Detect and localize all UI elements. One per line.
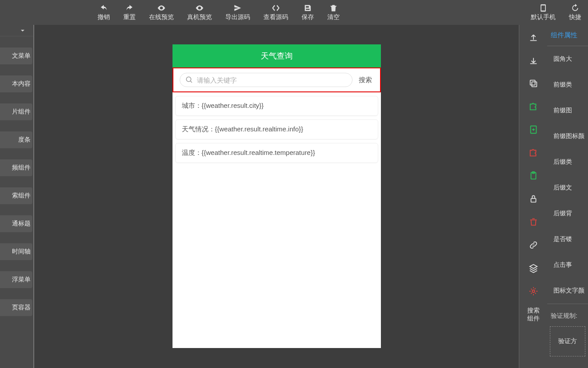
lock-button[interactable] xyxy=(528,194,539,204)
redo-button[interactable]: 重置 xyxy=(123,4,136,21)
undo-icon xyxy=(99,4,108,12)
code-icon xyxy=(271,4,280,12)
card-temperature[interactable]: 温度：{{weather.result.realtime.temperature… xyxy=(175,143,378,163)
svg-line-1 xyxy=(190,81,192,83)
layers-button[interactable] xyxy=(528,263,539,273)
search-button[interactable]: 搜索 xyxy=(357,76,374,84)
toolbar-label: 清空 xyxy=(327,13,340,21)
add-file-button[interactable] xyxy=(528,124,539,135)
component-menu-item[interactable]: 文菜单 xyxy=(0,47,32,64)
prop-suffix-bg[interactable]: 后缀背 xyxy=(547,201,588,226)
component-page-container-item[interactable]: 页容器 xyxy=(0,299,32,316)
toolbar-label: 真机预览 xyxy=(187,13,212,21)
copy-icon xyxy=(529,79,538,88)
upload-icon xyxy=(529,32,538,42)
svg-point-0 xyxy=(186,77,191,82)
prop-suffix-type[interactable]: 后缀类 xyxy=(547,149,588,175)
chevron-down-icon xyxy=(19,27,26,34)
component-title-item[interactable]: 通标题 xyxy=(0,215,32,232)
trash-icon xyxy=(529,217,538,227)
export-code-button[interactable]: 导出源码 xyxy=(225,4,250,21)
save-button[interactable]: 保存 xyxy=(302,4,314,21)
component-float-menu-item[interactable]: 浮菜单 xyxy=(0,271,32,288)
properties-panel: 组件属性 圆角大 前缀类 前缀图 前缀图标颜 后缀类 后缀文 后缀背 是否镂 点… xyxy=(547,25,588,368)
eye-icon xyxy=(195,4,204,12)
clear-button[interactable]: 清空 xyxy=(327,4,340,21)
component-list: 文菜单 本内容 片组件 度条 频组件 索组件 通标题 时间轴 浮菜单 页容器 xyxy=(0,36,33,316)
prop-prefix-icon-color[interactable]: 前缀图标颜 xyxy=(547,123,588,149)
copy-button[interactable] xyxy=(528,78,539,89)
toolbar-label: 默认手机 xyxy=(531,13,556,21)
main-area: 文菜单 本内容 片组件 度条 频组件 索组件 通标题 时间轴 浮菜单 页容器 天… xyxy=(0,25,588,368)
card-city[interactable]: 城市：{{weather.result.city}} xyxy=(175,96,378,116)
props-tab[interactable]: 组件属性 xyxy=(547,25,588,46)
upload-button[interactable] xyxy=(528,32,539,43)
download-icon xyxy=(529,55,538,65)
trash-button[interactable] xyxy=(528,217,539,227)
canvas-area[interactable]: 天气查询 搜索 城市：{{weather.result.city}} 天气情况：… xyxy=(34,25,519,368)
prop-prefix-type[interactable]: 前缀类 xyxy=(547,72,588,98)
component-video-item[interactable]: 频组件 xyxy=(0,159,32,176)
prop-hollow[interactable]: 是否镂 xyxy=(547,226,588,252)
delete-icon xyxy=(329,4,338,12)
svg-rect-7 xyxy=(531,198,536,202)
prop-prefix-icon[interactable]: 前缀图 xyxy=(547,98,588,123)
default-phone-button[interactable]: 默认手机 xyxy=(531,4,556,21)
undo-button[interactable]: 撤销 xyxy=(98,4,110,21)
prop-radius[interactable]: 圆角大 xyxy=(547,46,588,72)
eye-icon xyxy=(157,4,166,12)
phone-icon xyxy=(539,4,548,12)
save-icon xyxy=(303,4,312,12)
search-input[interactable] xyxy=(197,76,347,84)
refresh-icon xyxy=(571,4,580,12)
clipboard-button[interactable] xyxy=(528,170,539,181)
puzzle-icon xyxy=(529,148,538,158)
svg-rect-2 xyxy=(532,82,537,87)
view-code-button[interactable]: 查看源码 xyxy=(263,4,288,21)
component-search-item[interactable]: 索组件 xyxy=(0,187,32,204)
svg-point-8 xyxy=(532,290,535,293)
icon-rail: 搜索 组件 xyxy=(519,25,547,368)
search-bar-selected[interactable]: 搜索 xyxy=(172,67,381,92)
prop-validation-method[interactable]: 验证方 xyxy=(550,326,585,356)
left-sidebar: 文菜单 本内容 片组件 度条 频组件 索组件 通标题 时间轴 浮菜单 页容器 xyxy=(0,25,34,368)
link-button[interactable] xyxy=(528,240,539,250)
puzzle-green-button[interactable] xyxy=(528,101,539,112)
puzzle-red-button[interactable] xyxy=(528,147,539,158)
device-preview-button[interactable]: 真机预览 xyxy=(187,4,212,21)
search-input-wrap xyxy=(180,73,353,87)
toolbar-label: 保存 xyxy=(302,13,314,21)
add-file-icon xyxy=(529,125,538,135)
clipboard-icon xyxy=(529,171,538,181)
download-button[interactable] xyxy=(528,55,539,66)
prop-icon-text-color[interactable]: 图标文字颜 xyxy=(547,278,588,304)
prop-suffix-text[interactable]: 后缀文 xyxy=(547,175,588,201)
component-timeline-item[interactable]: 时间轴 xyxy=(0,243,32,260)
expand-toggle[interactable] xyxy=(0,25,33,36)
prop-click-event[interactable]: 点击事 xyxy=(547,252,588,278)
component-progress-item[interactable]: 度条 xyxy=(0,131,32,148)
quick-button[interactable]: 快捷 xyxy=(569,4,581,21)
component-image-item[interactable]: 片组件 xyxy=(0,103,32,120)
toolbar-items: 撤销 重置 在线预览 真机预览 导出源码 查看源码 保存 清空 xyxy=(98,4,340,21)
toolbar-label: 查看源码 xyxy=(263,13,288,21)
props-list: 圆角大 前缀类 前缀图 前缀图标颜 后缀类 后缀文 后缀背 是否镂 点击事 图标… xyxy=(547,46,588,359)
toolbar-label: 导出源码 xyxy=(225,13,250,21)
toolbar-label: 重置 xyxy=(123,13,136,21)
gear-icon xyxy=(529,286,538,296)
component-text-item[interactable]: 本内容 xyxy=(0,75,32,92)
link-icon xyxy=(529,240,538,250)
toolbar-label: 撤销 xyxy=(98,13,110,21)
online-preview-button[interactable]: 在线预览 xyxy=(149,4,174,21)
lock-icon xyxy=(529,194,538,204)
toolbar-label: 在线预览 xyxy=(149,13,174,21)
layers-icon xyxy=(529,263,538,273)
phone-preview: 天气查询 搜索 城市：{{weather.result.city}} 天气情况：… xyxy=(172,44,381,348)
card-weather[interactable]: 天气情况：{{weather.result.realtime.info}} xyxy=(175,119,378,139)
prop-validation-section: 验证规制: xyxy=(547,304,588,324)
settings-button[interactable] xyxy=(528,286,539,297)
card-list: 城市：{{weather.result.city}} 天气情况：{{weathe… xyxy=(172,92,381,166)
search-icon xyxy=(185,76,193,84)
rail-bottom-label: 搜索 组件 xyxy=(527,306,540,322)
svg-rect-3 xyxy=(530,80,535,85)
